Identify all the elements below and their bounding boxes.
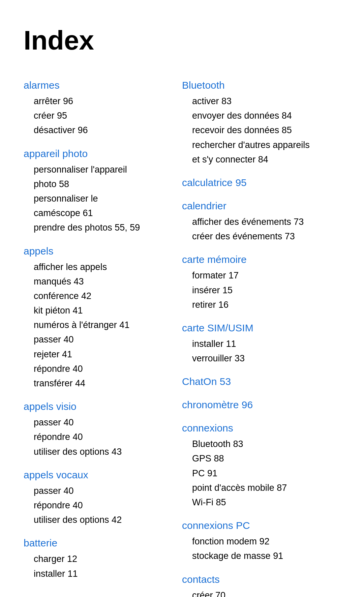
index-item: personnaliser le	[24, 191, 172, 206]
index-item: créer 70	[182, 588, 330, 597]
index-item: créer 95	[24, 109, 172, 123]
index-item: envoyer des données 84	[182, 109, 330, 123]
index-heading: carte mémoire	[182, 252, 330, 267]
index-item: prendre des photos 55, 59	[24, 220, 172, 235]
index-item: installer 11	[24, 567, 172, 581]
right-column: Bluetoothactiver 83envoyer des données 8…	[182, 78, 340, 597]
index-item: passer 40	[24, 332, 172, 347]
left-column: alarmesarrêter 96créer 95désactiver 96ap…	[24, 78, 182, 597]
index-heading: ChatOn 53	[182, 374, 330, 389]
index-heading: appareil photo	[24, 146, 172, 161]
index-item: insérer 15	[182, 283, 330, 298]
index-item: verrouiller 33	[182, 351, 330, 366]
index-item: point d'accès mobile 87	[182, 481, 330, 495]
index-item: afficher les appels	[24, 260, 172, 274]
index-item: transférer 44	[24, 376, 172, 391]
index-item: installer 11	[182, 337, 330, 351]
index-heading: appels	[24, 243, 172, 259]
index-item: kit piéton 41	[24, 303, 172, 318]
index-item: répondre 40	[24, 430, 172, 444]
index-item: charger 12	[24, 552, 172, 566]
index-columns: alarmesarrêter 96créer 95désactiver 96ap…	[24, 78, 340, 597]
index-item: afficher des événements 73	[182, 215, 330, 229]
index-item: conférence 42	[24, 289, 172, 303]
index-item: personnaliser l'appareil	[24, 162, 172, 177]
index-item: photo 58	[24, 177, 172, 191]
index-item: formater 17	[182, 268, 330, 283]
index-item: et s'y connecter 84	[182, 152, 330, 167]
index-item: numéros à l'étranger 41	[24, 318, 172, 332]
index-heading: calculatrice 95	[182, 175, 330, 190]
index-heading: alarmes	[24, 78, 172, 93]
index-item: utiliser des options 43	[24, 445, 172, 459]
index-item: créer des événements 73	[182, 229, 330, 244]
index-item: Bluetooth 83	[182, 437, 330, 451]
index-heading: contacts	[182, 572, 330, 587]
index-item: caméscope 61	[24, 206, 172, 220]
index-item: retirer 16	[182, 298, 330, 312]
page-title: Index	[24, 20, 340, 61]
index-item: utiliser des options 42	[24, 513, 172, 527]
index-item: répondre 40	[24, 362, 172, 376]
index-item: activer 83	[182, 94, 330, 109]
index-item: rechercher d'autres appareils	[182, 138, 330, 152]
index-item: fonction modem 92	[182, 534, 330, 549]
index-heading: connexions	[182, 420, 330, 436]
index-item: Wi-Fi 85	[182, 495, 330, 510]
index-heading: chronomètre 96	[182, 397, 330, 412]
index-heading: appels vocaux	[24, 467, 172, 482]
index-item: arrêter 96	[24, 94, 172, 109]
index-item: passer 40	[24, 484, 172, 498]
index-item: PC 91	[182, 466, 330, 481]
index-heading: appels visio	[24, 399, 172, 414]
index-item: manqués 43	[24, 274, 172, 289]
index-item: répondre 40	[24, 498, 172, 513]
index-heading: connexions PC	[182, 518, 330, 533]
index-item: GPS 88	[182, 451, 330, 466]
index-heading: carte SIM/USIM	[182, 320, 330, 335]
index-heading: calendrier	[182, 198, 330, 213]
index-heading: batterie	[24, 535, 172, 550]
index-item: recevoir des données 85	[182, 123, 330, 138]
index-item: désactiver 96	[24, 123, 172, 138]
index-heading: Bluetooth	[182, 78, 330, 93]
index-item: passer 40	[24, 415, 172, 430]
index-item: stockage de masse 91	[182, 549, 330, 563]
index-item: rejeter 41	[24, 347, 172, 362]
